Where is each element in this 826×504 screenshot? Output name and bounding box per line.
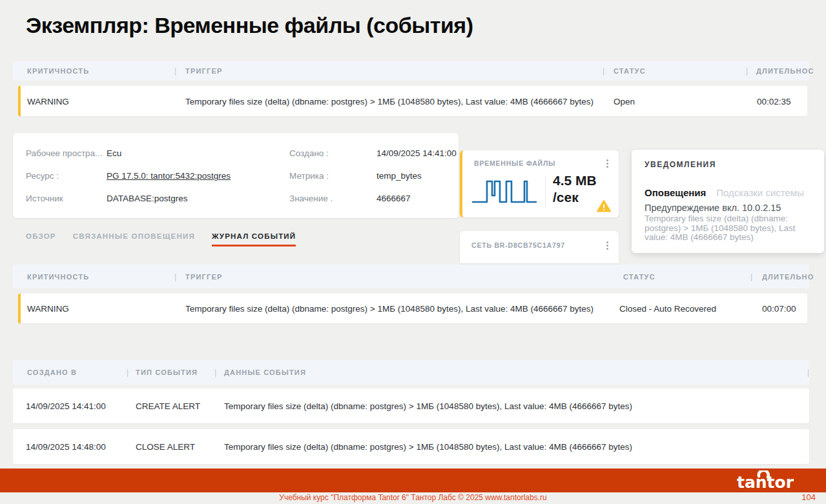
- journal-col-created: СОЗДАНО В: [27, 368, 77, 376]
- widget-divider: [545, 176, 546, 208]
- temp-files-widget: ВРЕМЕННЫЕ ФАЙЛЫ 4.5 MB /сек: [460, 150, 619, 217]
- metric-label: Метрика :: [289, 171, 329, 181]
- notifications-tabs: Оповещения Подсказки системы: [645, 187, 804, 198]
- alerts-col-duration: ДЛИТЕЛЬНОС: [756, 67, 814, 75]
- tab-system-hints[interactable]: Подсказки системы: [716, 187, 804, 198]
- event-trigger: Temporary files size (delta) (dbname: po…: [185, 304, 594, 314]
- alerts-col-status: СТАТУС: [614, 67, 646, 75]
- network-widget-title: СЕТЬ BR-D8CB75C1A797: [471, 241, 565, 249]
- network-widget: СЕТЬ BR-D8CB75C1A797: [460, 231, 619, 263]
- notifications-panel: УВЕДОМЛЕНИЯ Оповещения Подсказки системы…: [632, 150, 824, 253]
- kebab-menu-icon[interactable]: [602, 240, 612, 252]
- alert-severity: WARNING: [27, 96, 69, 106]
- tab-event-journal[interactable]: ЖУРНАЛ СОБЫТИЙ: [212, 232, 296, 247]
- journal-table-header: СОЗДАНО В | ТИП СОБЫТИЯ | ДАННЫЕ СОБЫТИЯ…: [13, 360, 809, 385]
- column-divider: |: [214, 368, 216, 377]
- page-number: 104: [801, 492, 816, 502]
- journal-created: 14/09/2025 14:41:00: [26, 401, 106, 411]
- section-tabs: ОБЗОР СВЯЗАННЫЕ ОПОВЕЩЕНИЯ ЖУРНАЛ СОБЫТИ…: [26, 232, 296, 247]
- journal-row[interactable]: 14/09/2025 14:41:00 CREATE ALERT Tempora…: [13, 388, 809, 423]
- value-label: Значение .: [289, 194, 333, 203]
- alerts-col-trigger: ТРИГГЕР: [185, 67, 223, 75]
- event-row[interactable]: WARNING Temporary files size (delta) (db…: [18, 294, 807, 323]
- temp-files-metric: 4.5 MB /сек: [553, 172, 597, 206]
- warning-icon: [597, 200, 611, 212]
- sparkline-chart: [471, 174, 539, 210]
- source-label: Источник: [26, 194, 63, 203]
- alert-trigger: Temporary files size (delta) (dbname: po…: [185, 96, 594, 106]
- column-divider: |: [807, 368, 809, 377]
- alert-duration: 00:02:35: [757, 96, 791, 106]
- column-divider: |: [174, 66, 176, 76]
- alert-status: Open: [614, 96, 635, 106]
- journal-created: 14/09/2025 14:48:00: [26, 442, 106, 452]
- source-value: DATABASE:postgres: [107, 194, 188, 203]
- alert-row[interactable]: WARNING Temporary files size (delta) (db…: [18, 86, 807, 116]
- workspace-value: Ecu: [107, 148, 121, 158]
- events-col-trigger: ТРИГГЕР: [185, 273, 223, 281]
- column-divider: |: [746, 66, 748, 76]
- kebab-menu-icon[interactable]: [602, 158, 612, 170]
- event-status: Closed - Auto Recovered: [619, 304, 716, 314]
- events-col-duration: ДЛИТЕЛЬНО: [762, 273, 814, 281]
- resource-label: Ресурс :: [26, 171, 59, 181]
- journal-data: Temporary files size (delta) (dbname: po…: [224, 442, 632, 452]
- journal-col-data: ДАННЫЕ СОБЫТИЯ: [224, 368, 306, 376]
- notification-heading: Предупреждение вкл. 10.0.2.15: [645, 203, 781, 213]
- events-col-severity: КРИТИЧНОСТЬ: [27, 273, 89, 281]
- journal-col-type: ТИП СОБЫТИЯ: [136, 368, 198, 376]
- slide: Экземпляр: Временные файлы (события) КРИ…: [0, 0, 826, 504]
- created-value: 14/09/2025 14:41:00: [377, 148, 457, 158]
- alerts-col-severity: КРИТИЧНОСТЬ: [27, 67, 89, 75]
- temp-files-widget-title: ВРЕМЕННЫЕ ФАЙЛЫ: [474, 159, 555, 167]
- footer-course-text: Учебный курс "Платформа Tantor 6" Тантор…: [0, 493, 826, 502]
- temp-files-value: 4.5 MB: [553, 172, 597, 189]
- footer-bar: tantor: [0, 469, 826, 492]
- event-severity: WARNING: [27, 304, 69, 314]
- tantor-logo-text: tantor: [737, 473, 794, 491]
- journal-row[interactable]: 14/09/2025 14:48:00 CLOSE ALERT Temporar…: [13, 429, 809, 464]
- column-divider: |: [603, 66, 604, 76]
- temp-files-unit: /сек: [553, 189, 597, 206]
- column-divider: |: [174, 272, 176, 281]
- tab-alerts[interactable]: Оповещения: [645, 187, 706, 198]
- events-table-header: КРИТИЧНОСТЬ | ТРИГГЕР СТАТУС | ДЛИТЕЛЬНО: [13, 265, 809, 288]
- resource-link[interactable]: PG 17.5.0: tantor:5432:postgres: [107, 171, 231, 181]
- event-duration: 00:07:00: [762, 304, 796, 314]
- details-card: Рабочее простра... Ecu Ресурс : PG 17.5.…: [13, 133, 459, 218]
- tab-overview[interactable]: ОБЗОР: [26, 232, 56, 247]
- tantor-logo: tantor: [736, 470, 808, 491]
- workspace-label: Рабочее простра...: [26, 148, 102, 158]
- notifications-title: УВЕДОМЛЕНИЯ: [645, 160, 716, 169]
- events-col-status: СТАТУС: [623, 273, 656, 281]
- created-label: Создано :: [289, 148, 329, 158]
- column-divider: |: [750, 272, 752, 281]
- alerts-table-header: КРИТИЧНОСТЬ | ТРИГГЕР | СТАТУС | ДЛИТЕЛЬ…: [13, 61, 809, 81]
- page-title: Экземпляр: Временные файлы (события): [26, 13, 473, 38]
- column-divider: |: [127, 368, 129, 377]
- value-value: 4666667: [377, 194, 411, 203]
- journal-type: CREATE ALERT: [136, 401, 200, 411]
- journal-data: Temporary files size (delta) (dbname: po…: [224, 401, 632, 411]
- journal-type: CLOSE ALERT: [136, 442, 195, 452]
- metric-value: temp_bytes: [377, 171, 422, 181]
- tab-related-alerts[interactable]: СВЯЗАННЫЕ ОПОВЕЩЕНИЯ: [73, 232, 195, 247]
- notification-body: Temporary files size (delta) (dbname: po…: [645, 214, 815, 243]
